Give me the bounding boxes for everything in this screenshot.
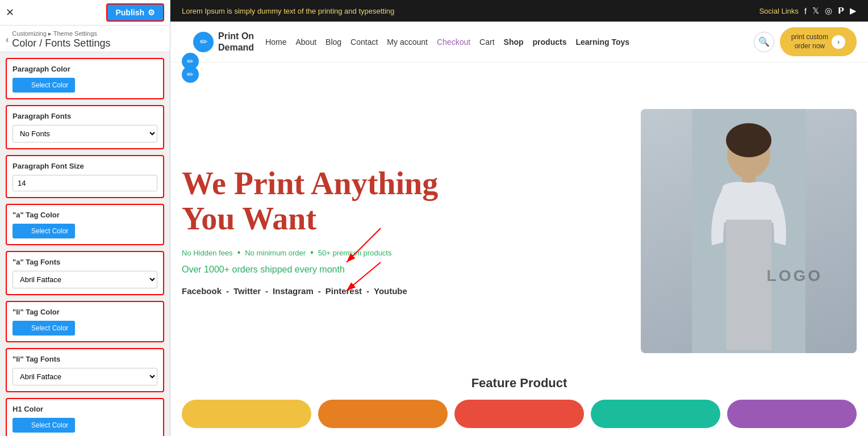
close-button[interactable]: ✕	[6, 6, 14, 19]
product-card-2[interactable]	[318, 400, 448, 428]
right-panel: Lorem Ipsum is simply dummy text of the …	[170, 0, 868, 436]
a-tag-fonts-section: "a" Tag Fonts Abril Fatface No Fonts Ari…	[6, 251, 164, 295]
nav-myaccount[interactable]: My account	[387, 37, 428, 47]
nav-products[interactable]: products	[533, 37, 567, 47]
a-tag-color-button[interactable]: Select Color	[12, 224, 75, 238]
announcement-text: Lorem Ipsum is simply dummy text of the …	[182, 7, 394, 15]
nav-shop[interactable]: Shop	[504, 37, 524, 47]
paragraph-fonts-select[interactable]: No Fonts Arial Georgia Roboto Open Sans	[12, 125, 157, 142]
product-card-5[interactable]	[727, 400, 857, 428]
cta-button[interactable]: print customorder now ›	[780, 27, 857, 56]
social-links-label: Social Links	[759, 7, 798, 15]
paragraph-font-size-section: Paragraph Font Size	[6, 155, 164, 198]
instagram-icon[interactable]: ◎	[825, 6, 832, 16]
site-header: ✏ ✏ Print On Demand Home About Blog Cont…	[170, 22, 868, 62]
nav-home[interactable]: Home	[265, 37, 286, 47]
nav-checkout[interactable]: Checkout	[437, 37, 470, 47]
back-button[interactable]: ‹	[6, 35, 9, 45]
hero-dot1: •	[237, 248, 241, 258]
cta-arrow-icon: ›	[832, 35, 845, 49]
h1-color-button[interactable]: Select Color	[12, 418, 75, 433]
social-links-row: Facebook - Twitter - Instagram - Pintere…	[182, 286, 624, 296]
li-tag-color-swatch	[19, 324, 28, 333]
h1-color-label: H1 Color	[12, 405, 157, 413]
paragraph-fonts-section: Paragraph Fonts No Fonts Arial Georgia R…	[6, 105, 164, 149]
publish-button[interactable]: Publish ⚙	[106, 3, 164, 22]
hero-title: We Print Anything You Want	[182, 166, 624, 236]
hero-dot2: •	[310, 248, 314, 258]
hero-feature1: No Hidden fees	[182, 249, 233, 257]
product-row	[182, 400, 857, 428]
social-youtube[interactable]: Youtube	[374, 286, 407, 296]
product-card-1[interactable]	[182, 400, 311, 428]
hero-left: We Print Anything You Want No Hidden fee…	[182, 166, 624, 296]
publish-label: Publish	[115, 8, 144, 17]
nav-cart[interactable]: Cart	[479, 37, 494, 47]
li-tag-fonts-label: "li" Tag Fonts	[12, 355, 157, 363]
social-instagram[interactable]: Instagram	[273, 286, 314, 296]
li-tag-color-section: "li" Tag Color Select Color	[6, 301, 164, 342]
logo-area: ✏ Print On Demand	[193, 31, 254, 52]
logo-watermark: LOGO	[767, 267, 823, 285]
hero-subtitle: Over 1000+ orders shipped every month	[182, 265, 624, 275]
breadcrumb-area: ‹ Customizing ▸ Theme Settings Color / F…	[0, 26, 170, 52]
nav-contact[interactable]: Contact	[350, 37, 378, 47]
a-tag-color-btn-label: Select Color	[31, 227, 68, 235]
logo-line1: Print On	[218, 31, 254, 41]
li-tag-color-button[interactable]: Select Color	[12, 321, 75, 336]
logo-line2: Demand	[218, 42, 254, 53]
paragraph-color-label: Paragraph Color	[12, 65, 157, 73]
main-nav: Home About Blog Contact My account Check…	[265, 37, 742, 47]
nav-blog[interactable]: Blog	[326, 37, 341, 47]
social-pinterest[interactable]: Pinterest	[326, 286, 362, 296]
li-tag-color-label: "li" Tag Color	[12, 308, 157, 316]
youtube-icon[interactable]: ▶	[850, 6, 857, 16]
h1-color-swatch	[19, 421, 28, 430]
search-button[interactable]: 🔍	[754, 32, 774, 52]
a-tag-fonts-label: "a" Tag Fonts	[12, 258, 157, 266]
header-right: 🔍 print customorder now ›	[754, 27, 857, 56]
paragraph-color-button[interactable]: Select Color	[12, 78, 75, 93]
gear-icon: ⚙	[148, 8, 155, 17]
paragraph-font-size-label: Paragraph Font Size	[12, 162, 157, 170]
page-title: Color / Fonts Settings	[12, 37, 110, 49]
social-twitter[interactable]: Twitter	[233, 286, 261, 296]
a-tag-color-swatch	[19, 227, 28, 236]
top-bar: ✕ Publish ⚙	[0, 0, 170, 26]
li-tag-fonts-section: "li" Tag Fonts Abril Fatface No Fonts Ar…	[6, 348, 164, 392]
twitter-icon[interactable]: 𝕏	[812, 6, 819, 16]
pinterest-icon[interactable]: 𝗣	[838, 6, 844, 16]
hero-section: We Print Anything You Want No Hidden fee…	[170, 86, 868, 364]
logo-icon: ✏	[193, 32, 214, 52]
a-tag-color-label: "a" Tag Color	[12, 211, 157, 219]
h1-color-btn-label: Select Color	[31, 421, 68, 429]
h1-color-section: H1 Color Select Color	[6, 398, 164, 436]
paragraph-color-swatch	[19, 81, 28, 90]
hero-right: LOGO	[641, 109, 857, 353]
hero-features: No Hidden fees • No minimum order • 50+ …	[182, 248, 624, 258]
edit-section-icon[interactable]: ✏	[182, 66, 199, 83]
hero-image: LOGO	[641, 109, 857, 353]
svg-rect-7	[726, 220, 771, 350]
hero-feature3: 50+ premium products	[318, 249, 392, 257]
paragraph-font-size-input[interactable]	[12, 175, 157, 191]
settings-content: Paragraph Color Select Color Paragraph F…	[0, 52, 170, 436]
breadcrumb: Customizing ▸ Theme Settings	[12, 30, 110, 37]
logo-text: Print On Demand	[218, 31, 254, 52]
a-tag-fonts-select[interactable]: Abril Fatface No Fonts Arial Georgia	[12, 271, 157, 288]
nav-learning-toys[interactable]: Learning Toys	[575, 37, 629, 47]
li-tag-color-btn-label: Select Color	[31, 324, 68, 332]
facebook-icon[interactable]: f	[804, 6, 807, 16]
hero-feature2: No minimum order	[245, 249, 306, 257]
li-tag-fonts-select[interactable]: Abril Fatface No Fonts Arial Georgia	[12, 368, 157, 385]
social-facebook[interactable]: Facebook	[182, 286, 222, 296]
cta-label: print customorder now	[791, 33, 828, 51]
product-card-4[interactable]	[591, 400, 720, 428]
nav-about[interactable]: About	[295, 37, 316, 47]
left-panel: ✕ Publish ⚙ ‹ Customizing ▸ Theme Settin…	[0, 0, 170, 436]
social-links-area: Social Links f 𝕏 ◎ 𝗣 ▶	[759, 6, 857, 16]
feature-section: Feature Product	[170, 364, 868, 436]
product-card-3[interactable]	[454, 400, 584, 428]
hero-title-line1: We Print Anything	[182, 166, 438, 201]
person-svg	[641, 109, 857, 353]
